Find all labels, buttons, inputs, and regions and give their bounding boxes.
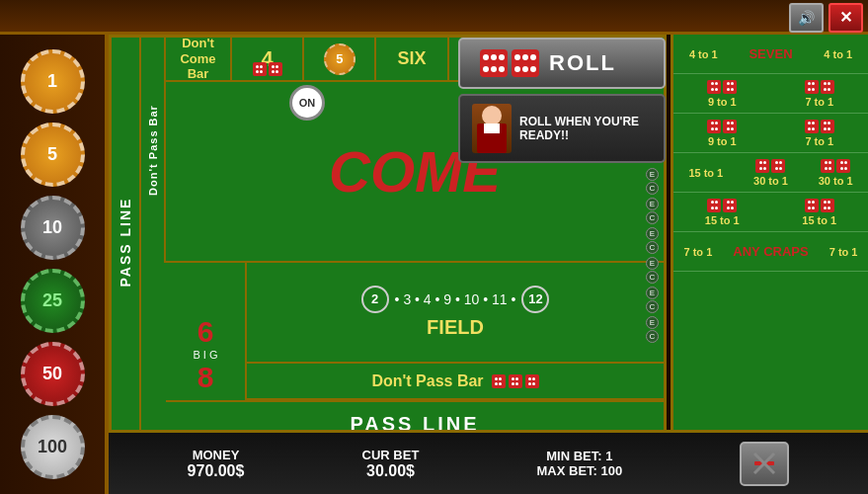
payout-15to1-right-5: 15 to 1: [802, 214, 836, 226]
chip-rail: 1 5 10 25 50 100: [0, 35, 109, 494]
field-num-2: 2: [361, 286, 389, 313]
field-numbers: • 3 • 4 • 9 • 10 • 11 •: [395, 291, 516, 307]
dealer-avatar: [472, 104, 512, 153]
number-box-5[interactable]: 5: [302, 38, 374, 80]
c-label-6[interactable]: C: [646, 330, 659, 343]
min-max-bet-block: MIN BET: 1 MAX BET: 100: [537, 449, 623, 478]
payout-30to1-center: 30 to 1: [753, 175, 788, 187]
e-label-2[interactable]: E: [646, 198, 659, 210]
chip-1[interactable]: 1: [21, 49, 85, 114]
delete-icon: [750, 449, 779, 478]
cur-bet-label: CUR BET: [362, 448, 420, 462]
e-label-3[interactable]: E: [646, 227, 659, 240]
number-box-4[interactable]: 4: [230, 38, 302, 80]
chip-5[interactable]: 5: [21, 123, 85, 187]
money-block: MONEY 970.00$: [188, 448, 245, 480]
dont-pass-bar-label-vertical[interactable]: Don't Pass Bar: [141, 38, 166, 263]
dont-pass-bar-text: Don't Pass Bar: [371, 372, 483, 390]
bottom-section: 6 B I G 8 2 • 3 • 4 • 9 • 10 • 11 • 12 F…: [166, 263, 664, 447]
payout-anycraps: ANY CRAPS: [733, 244, 808, 259]
payout-4to1-left: 4 to 1: [689, 48, 718, 60]
number-box-six[interactable]: SIX: [374, 38, 446, 80]
cur-bet-value: 30.00$: [362, 462, 420, 480]
payout-4to1-right: 4 to 1: [824, 48, 852, 60]
roll-button-label: ROLL: [549, 50, 616, 76]
top-right-controls: 🔊 ✕: [789, 0, 868, 35]
min-bet-label: MIN BET: 1: [537, 449, 623, 463]
field-label: FIELD: [427, 316, 484, 339]
dont-come-bar-label: Don't Come Bar: [166, 33, 230, 85]
right-panel: EC EC EC EC EC EC 4 to 1 SEVEN 4 to 1 9 …: [671, 35, 868, 450]
chip-50[interactable]: 50: [21, 342, 85, 406]
payout-7to1-right-2: 7 to 1: [805, 96, 833, 108]
big-eight: 8: [197, 361, 214, 394]
chip-25[interactable]: 25: [21, 269, 85, 333]
roll-button[interactable]: ROLL: [458, 38, 666, 89]
bottom-bar: MONEY 970.00$ CUR BET 30.00$ MIN BET: 1 …: [109, 430, 868, 494]
payout-7to1-left: 7 to 1: [684, 246, 713, 258]
payout-row-4[interactable]: 15 to 1 30 to 1 30 to 1: [673, 153, 868, 193]
on-puck: ON: [289, 85, 325, 121]
dealer-area: ROLL ROLL WHEN YOU'RE READY!!: [458, 38, 666, 163]
chip-10[interactable]: 10: [21, 196, 85, 260]
big-six: 6: [197, 315, 214, 349]
payout-row-seven[interactable]: 4 to 1 SEVEN 4 to 1: [673, 35, 868, 74]
e-label-5[interactable]: E: [646, 287, 659, 299]
payout-row-2[interactable]: 9 to 1 7 to 1: [673, 74, 868, 114]
payout-7to1-right: 7 to 1: [829, 246, 858, 258]
pass-line-label[interactable]: PASS LINE: [112, 38, 141, 447]
money-label: MONEY: [188, 448, 245, 462]
money-value: 970.00$: [188, 462, 245, 480]
e-label-1[interactable]: E: [646, 168, 659, 181]
c-label-5[interactable]: C: [646, 300, 659, 313]
payout-grid: 4 to 1 SEVEN 4 to 1 9 to 1 7 to 1: [673, 35, 868, 450]
e-label-4[interactable]: E: [646, 257, 659, 270]
top-bar: 🔊 ✕: [0, 0, 868, 35]
die-right: [512, 49, 539, 77]
payout-15to1-left-5: 15 to 1: [705, 214, 740, 226]
dice-display: [480, 49, 539, 77]
dont-pass-bar-bottom[interactable]: Don't Pass Bar: [245, 364, 664, 400]
payout-row-5[interactable]: 15 to 1 15 to 1: [673, 193, 868, 232]
field-inner: 2 • 3 • 4 • 9 • 10 • 11 • 12 FIELD: [247, 263, 664, 362]
e-label-6[interactable]: E: [646, 316, 659, 329]
payout-7to1-right-3: 7 to 1: [805, 135, 833, 147]
field-area[interactable]: 2 • 3 • 4 • 9 • 10 • 11 • 12 FIELD: [245, 263, 664, 364]
payout-row-3[interactable]: 9 to 1 7 to 1: [673, 114, 868, 153]
big-label: B I G: [193, 349, 217, 361]
payout-seven: SEVEN: [749, 46, 792, 61]
cur-bet-block: CUR BET 30.00$: [362, 448, 420, 480]
c-label-1[interactable]: C: [646, 182, 659, 195]
payout-30to1-right: 30 to 1: [819, 175, 853, 187]
field-num-12: 12: [521, 286, 549, 313]
payout-9to1-left-3: 9 to 1: [708, 135, 737, 147]
dealer-message: ROLL WHEN YOU'RE READY!!: [458, 94, 666, 163]
dealer-message-text: ROLL WHEN YOU'RE READY!!: [519, 115, 652, 142]
chip-100[interactable]: 100: [21, 415, 85, 479]
sound-button[interactable]: 🔊: [789, 3, 824, 33]
c-label-2[interactable]: C: [646, 211, 659, 224]
ec-labels: EC EC EC EC EC EC: [646, 168, 659, 346]
close-button[interactable]: ✕: [829, 3, 863, 33]
payout-9to1-left: 9 to 1: [708, 96, 737, 108]
payout-15to1-left: 15 to 1: [688, 167, 723, 179]
c-label-4[interactable]: C: [646, 271, 659, 284]
die-left: [480, 49, 508, 77]
delete-bet-button[interactable]: [740, 442, 789, 486]
c-label-3[interactable]: C: [646, 241, 659, 254]
max-bet-label: MAX BET: 100: [537, 463, 623, 478]
payout-row-anycraps[interactable]: 7 to 1 ANY CRAPS 7 to 1: [673, 232, 868, 272]
